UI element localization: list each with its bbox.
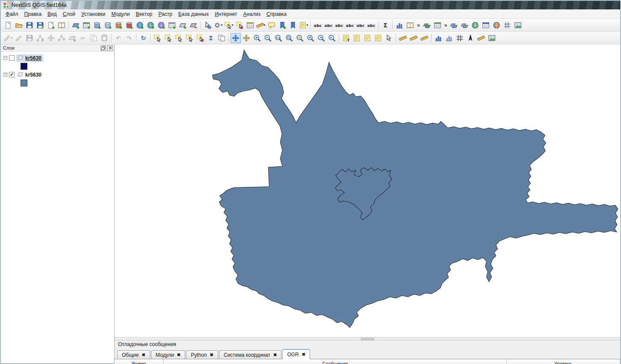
menu-view[interactable]: Вид (44, 10, 60, 18)
measure-dropdown-arrow-icon[interactable]: ▾ (263, 23, 265, 27)
qml-loader-button[interactable] (481, 20, 491, 30)
current-edits-button[interactable]: ▾ (3, 33, 13, 43)
tab-общие[interactable]: Общие✖ (117, 350, 150, 359)
statistical-summary-button[interactable] (394, 20, 405, 30)
add-vector-layer-button[interactable] (71, 20, 81, 30)
zoom-to-selection-button[interactable] (295, 33, 305, 43)
layer-row-kr5630[interactable]: kr5630 (1, 71, 114, 78)
tab-close-icon[interactable]: ✖ (177, 353, 180, 357)
copy-features-button[interactable] (89, 33, 99, 43)
zoom-last-button[interactable] (316, 33, 326, 43)
layer-visibility-checkbox[interactable] (9, 72, 15, 77)
menu-raster[interactable]: Растр (155, 10, 175, 18)
deselect-all-button[interactable] (234, 20, 245, 30)
zoom-next-button[interactable] (327, 33, 337, 43)
zoom-full-button[interactable] (284, 33, 294, 43)
add-delimited-text-layer-button[interactable] (167, 20, 177, 30)
menu-layer[interactable]: Слой (60, 10, 78, 18)
node-tool-button[interactable] (56, 33, 67, 43)
text-annotation-button[interactable]: T (341, 33, 351, 43)
layer-symbol-swatch[interactable] (21, 80, 27, 86)
zoom-in-button[interactable] (252, 33, 262, 43)
redo-button[interactable]: ↷ (124, 33, 134, 43)
menu-plugins[interactable]: Модули (108, 10, 133, 18)
tab-python[interactable]: Python✖ (186, 350, 218, 359)
expander-icon[interactable] (3, 56, 7, 60)
save-project-as-button[interactable] (35, 20, 45, 30)
menu-vector[interactable]: Вектор (133, 10, 155, 18)
grid-tool-button[interactable] (502, 20, 512, 30)
log-messages-button[interactable] (405, 20, 415, 30)
zoom-out-button[interactable] (263, 33, 273, 43)
add-feature-button[interactable] (35, 33, 45, 43)
panel-splitter[interactable] (115, 337, 620, 340)
save-layer-edits-button[interactable] (24, 33, 35, 43)
save-map-image-button[interactable] (487, 33, 497, 43)
menu-file[interactable]: Файл (3, 10, 21, 18)
nextgis-connect-button[interactable] (422, 20, 432, 30)
invert-selection-button[interactable] (216, 33, 227, 43)
map-overview-button[interactable] (433, 33, 444, 43)
add-oracle-layer-button[interactable] (124, 20, 134, 30)
new-print-composer-button[interactable] (46, 20, 56, 30)
move-feature-button[interactable] (46, 33, 56, 43)
layer-row-kr5630[interactable]: kr5630 (1, 54, 114, 62)
raster-image-tool-button[interactable] (513, 20, 523, 30)
deselect-features-button[interactable] (195, 33, 205, 43)
scale-bar-button[interactable] (476, 33, 486, 43)
toolbar-overflow-chevron[interactable]: » (443, 22, 449, 28)
select-by-radius-button[interactable] (184, 33, 195, 43)
add-wms-layer-button[interactable] (135, 20, 145, 30)
measure-button[interactable]: ▾ (256, 20, 266, 30)
select-by-expression-button[interactable]: Σ (206, 33, 216, 43)
tab-close-icon[interactable]: ✖ (142, 353, 145, 357)
tab-ogr[interactable]: OGR✖ (282, 349, 310, 359)
identify-features-button[interactable]: i (202, 20, 213, 30)
layer-name[interactable]: kr5630 (25, 55, 41, 61)
remove-layer-button[interactable] (188, 20, 198, 30)
open-attribute-table-button[interactable] (245, 20, 255, 30)
select-by-freehand-button[interactable] (174, 33, 184, 43)
layer-labeling-options-button[interactable]: abc (313, 20, 323, 30)
select-features-button[interactable]: ▾ (224, 20, 234, 30)
map-annotations-dropdown-arrow-icon[interactable]: ▾ (306, 23, 308, 27)
toggle-editing-button[interactable] (14, 33, 24, 43)
menu-web[interactable]: Интернет (212, 10, 240, 18)
svg-annotation-button[interactable] (373, 33, 383, 43)
tab-close-icon[interactable]: ✖ (273, 353, 277, 357)
map-canvas[interactable] (115, 44, 620, 337)
pan-to-selection-button[interactable] (241, 33, 251, 43)
new-project-button[interactable] (3, 20, 13, 30)
change-label-button[interactable]: abc (366, 20, 376, 30)
undo-button[interactable]: ↶ (113, 33, 124, 43)
decoration-grid-button[interactable] (455, 33, 465, 43)
paste-features-button[interactable] (99, 33, 109, 43)
tab-модули[interactable]: Модули✖ (151, 350, 185, 359)
layer-visibility-checkbox[interactable] (9, 55, 15, 61)
layer-name[interactable]: kr5630 (25, 72, 41, 78)
add-wfs-layer-button[interactable] (156, 20, 166, 30)
tab-close-icon[interactable]: ✖ (210, 353, 213, 357)
qtiles-button[interactable] (432, 20, 443, 30)
close-panel-button[interactable] (107, 45, 113, 51)
current-edits-dropdown-arrow-icon[interactable]: ▾ (11, 36, 12, 40)
pin-labels-button[interactable]: abc (323, 20, 334, 30)
add-postgis-layer-button[interactable] (92, 20, 102, 30)
map-annotations-button[interactable]: ▾ (299, 20, 309, 30)
float-panel-button[interactable] (101, 45, 106, 51)
dtclassifier-button[interactable] (449, 20, 459, 30)
measure-line-button[interactable] (398, 33, 408, 43)
new-shapefile-layer-button[interactable] (177, 20, 188, 30)
cut-features-button[interactable]: ✂ (78, 33, 88, 43)
rotate-label-button[interactable]: abc (355, 20, 366, 30)
quickmapservices-button[interactable] (491, 20, 502, 30)
splitter-handle[interactable] (361, 338, 374, 340)
add-mssql-layer-button[interactable] (113, 20, 124, 30)
rugeocoder-button[interactable] (470, 20, 480, 30)
histogram-button[interactable] (444, 33, 454, 43)
select-by-rectangle-button[interactable] (152, 33, 163, 43)
menu-database[interactable]: База данных (175, 10, 212, 18)
menu-analysis[interactable]: Анализ (240, 10, 264, 18)
open-project-button[interactable] (14, 20, 24, 30)
menu-settings[interactable]: Установки (78, 10, 109, 18)
